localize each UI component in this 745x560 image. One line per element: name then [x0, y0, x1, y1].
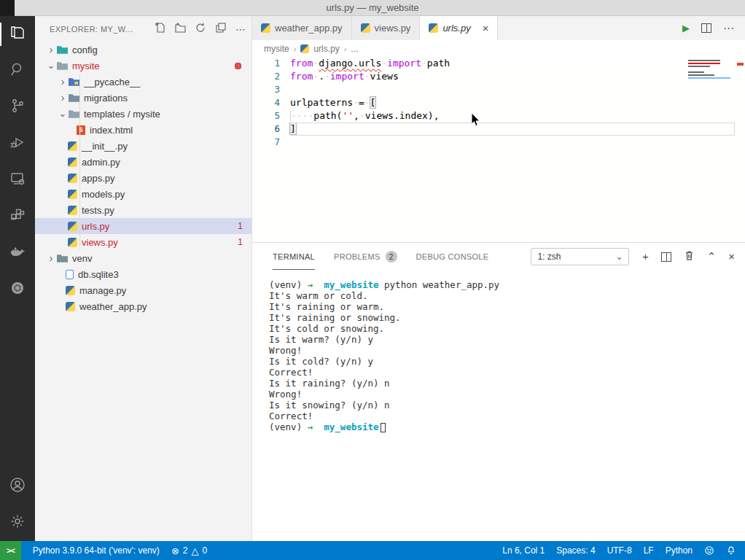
python-file-icon: [68, 174, 77, 183]
folder-open-icon: [57, 61, 68, 70]
close-icon[interactable]: ×: [483, 22, 489, 34]
tree-item-apps-py[interactable]: apps.py: [35, 170, 251, 186]
tree-item-mysite[interactable]: ⌄ mysite: [35, 58, 251, 74]
activity-extensions[interactable]: [0, 198, 35, 235]
terminal-line: Is it raining? (y/n) n: [269, 378, 745, 389]
indent-guide: [79, 138, 80, 154]
tree-item-tests-py[interactable]: tests.py: [35, 202, 251, 218]
panel-tab-problems[interactable]: PROBLEMS2: [334, 243, 397, 271]
terminal-output[interactable]: (venv) → my_website python weather_app.p…: [252, 271, 745, 541]
tree-item-init-py[interactable]: __init__.py: [35, 138, 251, 154]
indent-guide: [79, 106, 80, 122]
line-number: 5: [252, 109, 290, 122]
activity-remote-explorer[interactable]: [0, 162, 35, 198]
terminal-line: It's warm or cold.: [269, 290, 745, 301]
tree-item-pycache[interactable]: › __pycache__: [35, 74, 251, 90]
python-interpreter-status[interactable]: Python 3.9.0 64-bit ('venv': venv): [27, 541, 165, 560]
indentation-status[interactable]: Spaces: 4: [550, 541, 601, 560]
collapse-folders-icon[interactable]: [215, 22, 227, 36]
activity-docker[interactable]: [0, 235, 35, 271]
more-actions-icon[interactable]: ⋯: [235, 26, 246, 33]
remote-icon: ><: [7, 546, 15, 555]
activity-search[interactable]: [0, 52, 35, 89]
explorer-title: EXPLORER: MY_W...: [50, 25, 133, 34]
encoding-status[interactable]: UTF-8: [601, 541, 638, 560]
kill-terminal-icon[interactable]: [684, 250, 695, 264]
new-terminal-icon[interactable]: +: [642, 252, 649, 262]
tab-views-py[interactable]: views.py: [352, 16, 421, 40]
explorer-sidebar: EXPLORER: MY_W... ⋯ › config ⌄: [35, 16, 251, 541]
close-panel-icon[interactable]: ×: [728, 252, 735, 262]
identifier: views.index),: [365, 110, 440, 121]
indent-guide: [79, 202, 80, 218]
tree-item-venv[interactable]: › venv: [35, 250, 251, 266]
tab-weather-app-py[interactable]: weather_app.py: [252, 16, 352, 40]
tree-label: weather_app.py: [79, 301, 147, 312]
line-number: 7: [252, 136, 290, 149]
shell-select-value: 1: zsh: [537, 252, 561, 262]
refresh-icon[interactable]: [195, 22, 206, 36]
code-editor[interactable]: 1 from·django.urls·import·path 2 from·.·…: [252, 57, 745, 242]
tree-item-migrations[interactable]: › migrations: [35, 90, 251, 106]
terminal-line: Is it cold? (y/n) y: [269, 356, 745, 367]
terminal-cursor: [381, 423, 386, 432]
chevron-down-icon: ⌄: [615, 254, 623, 260]
notifications-bell-icon[interactable]: [720, 541, 745, 560]
minimap-line: [688, 71, 704, 73]
activity-explorer[interactable]: [0, 16, 35, 52]
feedback-smiley-icon[interactable]: [698, 541, 720, 560]
modified-dot: [235, 63, 241, 69]
activity-source-control[interactable]: [0, 89, 35, 125]
keyword: import: [330, 71, 364, 82]
problems-status[interactable]: ⊗ 2 △ 0: [165, 541, 213, 560]
activity-settings[interactable]: [0, 505, 35, 541]
cursor-position-status[interactable]: Ln 6, Col 1: [496, 541, 550, 560]
python-file-icon: [68, 222, 77, 231]
panel-tab-terminal[interactable]: TERMINAL: [273, 244, 315, 270]
panel-tab-debug-console[interactable]: DEBUG CONSOLE: [416, 244, 489, 269]
activity-account[interactable]: [0, 468, 35, 505]
eol-status[interactable]: LF: [638, 541, 660, 560]
terminal-line: Wrong!: [269, 345, 745, 356]
terminal-shell-select[interactable]: 1: zsh ⌄: [531, 248, 629, 265]
more-actions-icon[interactable]: ⋯: [723, 22, 735, 35]
breadcrumb-folder[interactable]: mysite: [264, 44, 289, 54]
new-folder-icon[interactable]: [174, 22, 186, 36]
breadcrumb-file[interactable]: urls.py: [313, 44, 339, 54]
run-python-file-icon[interactable]: ▶: [682, 23, 690, 34]
folder-icon: [57, 45, 68, 54]
tree-item-db-sqlite3[interactable]: db.sqlite3: [35, 266, 251, 282]
language-mode-status[interactable]: Python: [660, 541, 698, 560]
operator: =: [359, 97, 364, 108]
python-file-icon: [68, 190, 77, 199]
python-file-icon: [68, 141, 77, 151]
tree-label: templates / mysite: [84, 109, 160, 120]
split-terminal-icon[interactable]: [661, 252, 671, 262]
activity-kubernetes[interactable]: [0, 271, 35, 308]
minimap[interactable]: [688, 60, 733, 80]
tree-item-models-py[interactable]: models.py: [35, 186, 251, 202]
new-file-icon[interactable]: [154, 22, 165, 36]
tree-label: admin.py: [82, 157, 120, 168]
minimap-error-mark: [688, 63, 720, 64]
tree-item-config[interactable]: › config: [35, 42, 251, 58]
indent-guide: [79, 90, 80, 106]
tree-item-index-html[interactable]: 5 index.html: [35, 122, 251, 138]
tree-item-urls-py[interactable]: urls.py 1: [35, 218, 251, 234]
prompt-arrow: →: [308, 421, 319, 432]
tab-urls-py[interactable]: urls.py ×: [420, 16, 498, 40]
breadcrumb-symbol[interactable]: ...: [351, 44, 358, 54]
tree-item-views-py[interactable]: views.py 1: [35, 234, 251, 250]
minimap-line: [688, 74, 714, 76]
tree-item-templates-mysite[interactable]: ⌄ templates / mysite: [35, 106, 251, 122]
split-editor-icon[interactable]: [701, 23, 711, 33]
code-line-3: 3: [252, 83, 745, 96]
remote-indicator[interactable]: ><: [0, 541, 21, 560]
tab-label: views.py: [375, 23, 411, 34]
tree-item-manage-py[interactable]: manage.py: [35, 282, 251, 298]
tree-item-weather-app-py[interactable]: weather_app.py: [35, 298, 251, 314]
error-count: 2: [183, 545, 188, 556]
activity-run-debug[interactable]: [0, 125, 35, 162]
tree-item-admin-py[interactable]: admin.py: [35, 154, 251, 170]
maximize-panel-icon[interactable]: ⌃: [707, 252, 717, 262]
